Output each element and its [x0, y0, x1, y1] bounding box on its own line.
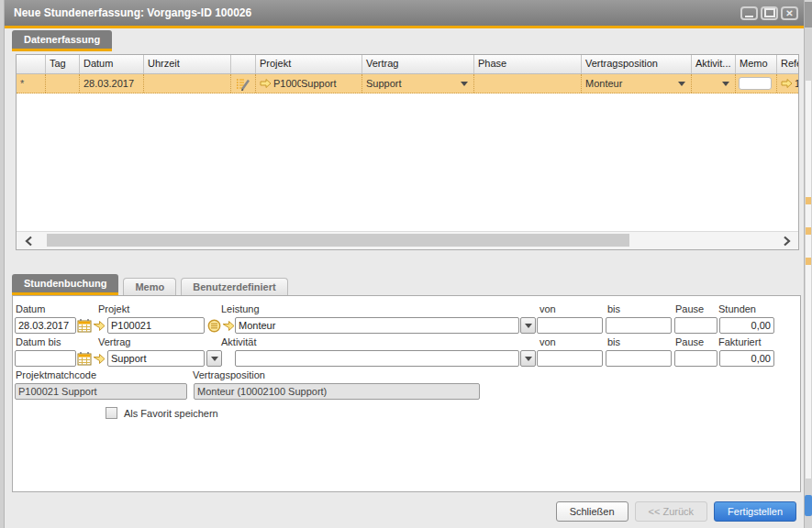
- link-arrow-icon[interactable]: [93, 320, 106, 332]
- zurueck-button[interactable]: << Zurück: [635, 501, 708, 522]
- detail-tabstrip: Stundenbuchung Memo Benutzerdefiniert: [12, 275, 288, 295]
- cell-vertrag[interactable]: Support: [362, 74, 474, 93]
- aktivitaet-label: Aktivität: [221, 336, 257, 347]
- von-field[interactable]: [537, 317, 603, 334]
- col-tag[interactable]: Tag: [46, 55, 80, 73]
- close-icon[interactable]: ✕: [781, 6, 798, 20]
- cell-datum[interactable]: 28.03.2017: [80, 74, 144, 93]
- cell-referenz[interactable]: 1: [777, 74, 798, 93]
- table-row[interactable]: * 28.03.2017: [17, 74, 798, 94]
- dropdown-arrow-icon[interactable]: [461, 82, 468, 86]
- vertrag-value: Support: [366, 78, 402, 89]
- background-fragment: [805, 2, 812, 28]
- titlebar[interactable]: Neue Stundenerfassung: Vorgangs-ID 10002…: [5, 0, 804, 26]
- tab-datenerfassung-label: Datenerfassung: [24, 34, 100, 45]
- col-aktivitaet[interactable]: Aktivit...: [692, 55, 736, 73]
- cell-phase[interactable]: [474, 74, 582, 93]
- calendar-icon[interactable]: [77, 351, 92, 366]
- fertigstellen-button[interactable]: Fertigstellen: [714, 501, 796, 522]
- projekt-field[interactable]: [107, 317, 205, 334]
- leistung-dropdown-button[interactable]: [520, 317, 536, 334]
- col-referenz[interactable]: Refer: [777, 55, 798, 73]
- cell-edit[interactable]: [231, 74, 256, 93]
- link-arrow-icon: [260, 78, 272, 89]
- projekt-code: P100021: [273, 78, 301, 89]
- pause2-field[interactable]: [674, 350, 717, 367]
- pause-field[interactable]: [674, 317, 717, 334]
- entries-grid: Tag Datum Uhrzeit Projekt Vertrag Phase …: [16, 54, 799, 250]
- fakturiert-field[interactable]: [719, 350, 774, 367]
- background-fragment: [806, 197, 811, 204]
- cell-memo[interactable]: [736, 74, 777, 93]
- cell-projekt[interactable]: P100021 Support: [256, 74, 362, 93]
- dropdown-arrow-icon[interactable]: [722, 82, 729, 86]
- horizontal-scrollbar[interactable]: [17, 231, 798, 249]
- link-arrow-icon[interactable]: [93, 353, 106, 365]
- scrollbar-thumb[interactable]: [47, 234, 629, 247]
- vertrag-dropdown-button[interactable]: [206, 350, 222, 367]
- favorit-checkbox[interactable]: [106, 407, 117, 419]
- schliessen-button[interactable]: Schließen: [556, 501, 628, 522]
- stunden-label: Stunden: [718, 303, 756, 314]
- dropdown-arrow-icon: [525, 324, 532, 328]
- calendar-icon[interactable]: [77, 318, 92, 333]
- von-bis-field[interactable]: [537, 350, 603, 367]
- col-vertrag[interactable]: Vertrag: [362, 55, 474, 73]
- col-vertragsposition[interactable]: Vertragsposition: [582, 55, 692, 73]
- datum-bis-field[interactable]: [15, 350, 76, 367]
- scroll-left-icon[interactable]: [17, 232, 40, 249]
- bis-label: bis: [607, 303, 620, 314]
- dropdown-arrow-icon: [211, 357, 218, 361]
- datum-bis-label: Datum bis: [16, 336, 61, 347]
- leistung-field[interactable]: [235, 317, 519, 334]
- tab-stundenbuchung[interactable]: Stundenbuchung: [12, 274, 118, 295]
- aktivitaet-dropdown-button[interactable]: [520, 350, 536, 367]
- cell-vertragsposition[interactable]: Monteur: [582, 74, 692, 93]
- col-row-indicator[interactable]: [17, 55, 46, 73]
- pause-label: Pause: [675, 336, 704, 347]
- link-arrow-icon[interactable]: [222, 320, 235, 332]
- maximize-icon[interactable]: [761, 6, 778, 20]
- link-arrow-icon: [781, 78, 793, 89]
- col-phase[interactable]: Phase: [474, 55, 582, 73]
- tab-datenerfassung[interactable]: Datenerfassung: [12, 30, 112, 51]
- aktivitaet-field[interactable]: [235, 350, 519, 367]
- vertrag-field[interactable]: [107, 350, 205, 367]
- bis-field[interactable]: [606, 317, 672, 334]
- scrollbar-track[interactable]: [40, 232, 774, 249]
- col-edit[interactable]: [231, 55, 256, 73]
- stunden-field[interactable]: [719, 317, 774, 334]
- von-label: von: [539, 303, 556, 314]
- col-uhrzeit[interactable]: Uhrzeit: [144, 55, 231, 73]
- memo-cell-input[interactable]: [739, 77, 772, 90]
- background-fragment: [806, 227, 811, 235]
- fakturiert-label: Fakturiert: [718, 336, 761, 347]
- dialog-neue-stundenerfassung: Neue Stundenerfassung: Vorgangs-ID 10002…: [4, 0, 805, 528]
- datum-field[interactable]: [15, 317, 76, 334]
- tab-memo[interactable]: Memo: [123, 278, 176, 295]
- von-label: von: [539, 336, 556, 347]
- bis2-field[interactable]: [606, 350, 672, 367]
- cell-uhrzeit[interactable]: [144, 74, 231, 93]
- dialog-title: Neue Stundenerfassung: Vorgangs-ID 10002…: [14, 6, 738, 19]
- col-projekt[interactable]: Projekt: [256, 55, 362, 73]
- cell-aktivitaet[interactable]: [692, 74, 736, 93]
- projektmatchcode-label: Projektmatchcode: [16, 369, 96, 380]
- col-memo[interactable]: Memo: [736, 55, 777, 73]
- list-badge-icon[interactable]: [207, 319, 221, 333]
- col-datum[interactable]: Datum: [80, 55, 144, 73]
- bis-label: bis: [607, 336, 620, 347]
- cell-tag[interactable]: [46, 74, 80, 93]
- scroll-right-icon[interactable]: [774, 232, 798, 249]
- dialog-content: Datenerfassung Tag Datum Uhrzeit Projekt…: [5, 28, 804, 528]
- pause-label: Pause: [675, 303, 704, 314]
- vertragsposition-label: Vertragsposition: [193, 369, 265, 380]
- dropdown-arrow-icon[interactable]: [678, 82, 685, 86]
- minimize-icon[interactable]: [740, 6, 758, 20]
- projekt-name: Support: [301, 78, 337, 89]
- background-fragment: [805, 495, 812, 516]
- datum-label: Datum: [16, 303, 45, 314]
- tab-benutzerdefiniert[interactable]: Benutzerdefiniert: [181, 278, 287, 295]
- background-fragment: [806, 258, 811, 265]
- row-indicator: *: [17, 74, 46, 93]
